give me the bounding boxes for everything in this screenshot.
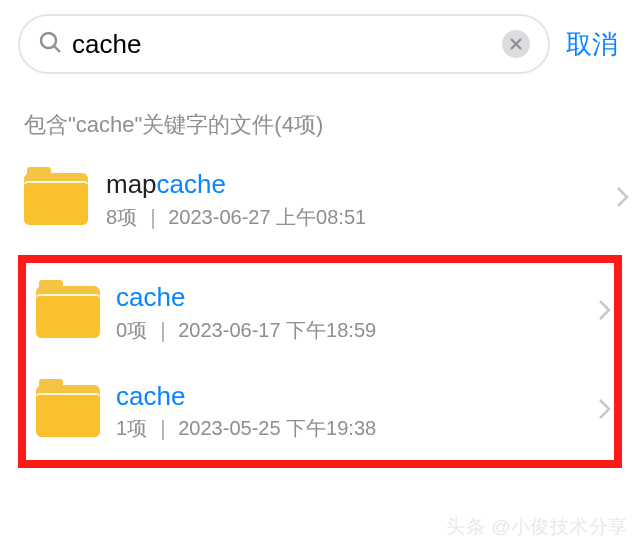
list-item[interactable]: cache 0项 ｜ 2023-06-17 下午18:59 xyxy=(26,263,614,362)
list-item-subtitle: 1项 ｜ 2023-05-25 下午19:38 xyxy=(116,415,582,442)
results-section-header: 包含"cache"关键字的文件(4项) xyxy=(0,92,640,150)
list-item[interactable]: cache 1项 ｜ 2023-05-25 下午19:38 xyxy=(26,362,614,461)
search-header: 取消 xyxy=(0,0,640,92)
list-item-subtitle: 8项 ｜ 2023-06-27 上午08:51 xyxy=(106,204,598,231)
search-box[interactable] xyxy=(18,14,550,74)
chevron-right-icon xyxy=(598,298,612,326)
svg-line-1 xyxy=(55,47,61,53)
chevron-right-icon xyxy=(616,185,630,213)
list-item-content: cache 1项 ｜ 2023-05-25 下午19:38 xyxy=(116,380,582,443)
list-item[interactable]: mapcache 8项 ｜ 2023-06-27 上午08:51 xyxy=(0,150,640,249)
chevron-right-icon xyxy=(598,397,612,425)
cancel-button[interactable]: 取消 xyxy=(566,27,622,62)
list-item-content: mapcache 8项 ｜ 2023-06-27 上午08:51 xyxy=(106,168,598,231)
folder-icon xyxy=(36,385,100,437)
watermark: 头条 @小俊技术分享 xyxy=(446,514,628,540)
folder-icon xyxy=(36,286,100,338)
list-item-subtitle: 0项 ｜ 2023-06-17 下午18:59 xyxy=(116,317,582,344)
list-item-content: cache 0项 ｜ 2023-06-17 下午18:59 xyxy=(116,281,582,344)
results-list: mapcache 8项 ｜ 2023-06-27 上午08:51 cache 0… xyxy=(0,150,640,468)
search-icon xyxy=(38,30,62,58)
list-item-title: cache xyxy=(116,281,582,315)
search-input[interactable] xyxy=(72,29,502,60)
svg-point-0 xyxy=(41,33,56,48)
clear-search-button[interactable] xyxy=(502,30,530,58)
folder-icon xyxy=(24,173,88,225)
highlighted-results: cache 0项 ｜ 2023-06-17 下午18:59 cache 1项 ｜… xyxy=(18,255,622,469)
list-item-title: mapcache xyxy=(106,168,598,202)
list-item-title: cache xyxy=(116,380,582,414)
